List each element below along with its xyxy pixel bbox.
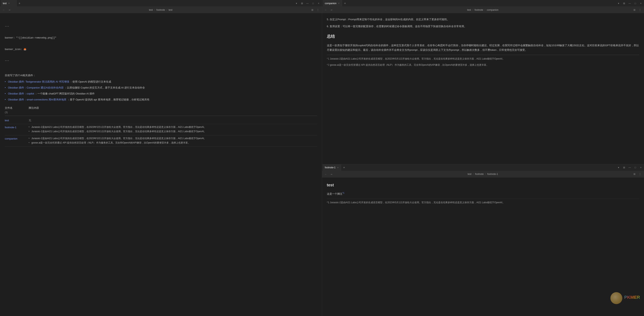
fn-item-2-2: goose.ai是一款完全托管通过 API 提供自然语言处理（NLP） 作为服务…: [29, 141, 317, 145]
right-bottom-nav-back[interactable]: ←: [324, 172, 328, 176]
fn-file-link-companion[interactable]: companion: [5, 137, 18, 140]
right-bottom-tab-minimize[interactable]: —: [627, 165, 632, 170]
right-bottom-pane: footnote-1 × + ▾ ⊞ — □ × ← → test: [322, 164, 644, 316]
watermark-logo: [610, 292, 622, 304]
yaml-line2: banner: "![[obsidian-removebg.png]]": [5, 36, 317, 40]
tab-add-right-top[interactable]: +: [342, 0, 348, 6]
tab-companion[interactable]: companion ×: [323, 0, 342, 7]
rt-item5-text: 自定义Prompt：Prompt用来定制个性化的补全，这会影响到AI生成的内容。…: [330, 18, 450, 21]
plugin-link-1[interactable]: Obsidian 插件: Textgenerator 简洁易用的 AI 书写增强: [8, 80, 69, 83]
fn-file-test: test: [5, 118, 29, 123]
left-nav-layout[interactable]: ⊞: [310, 7, 315, 12]
plugin-item-2: Obsidian 插件：Companion 通过AI自动补全内容 ：以类似微软 …: [5, 86, 317, 90]
plugin-link-3[interactable]: Obsidian 插件：copilot: [8, 92, 34, 95]
right-top-tab-minimize[interactable]: —: [627, 1, 632, 6]
rb-title: test: [327, 181, 640, 188]
source-editor: --- banner: "![[obsidian-removebg.png]]"…: [5, 17, 317, 70]
right-bottom-nav-more[interactable]: ⋮: [638, 172, 642, 176]
rb-body-text: 这是一个脚注: [327, 192, 342, 195]
tab-add-right-bottom[interactable]: +: [341, 165, 347, 170]
left-tab-minimize[interactable]: —: [305, 1, 310, 6]
right-top-tab-bar-actions: ▾ ⊞ — □ ×: [616, 1, 643, 6]
right-top-tab-layout[interactable]: ⊞: [622, 1, 626, 6]
left-tab-maximize[interactable]: □: [311, 1, 316, 6]
right-bottom-tab-chevron[interactable]: ▾: [616, 165, 621, 170]
rt-breadcrumb-part1: test: [467, 8, 471, 11]
right-bottom-nav-layout[interactable]: ⊞: [632, 172, 637, 176]
tab-test[interactable]: test ×: [1, 0, 17, 7]
left-nav-bar: ← → test / footnote / test ⊞ ⋮: [0, 7, 322, 13]
fn-item-2-1: Jurassic-2是由AI21 Labs公司开发的生成语言模型，在2023年5…: [29, 137, 317, 140]
rt-breadcrumb-part3: companion: [487, 8, 498, 11]
plugin-desc-4: ：基于 OpenAI 提供的 api 查询本地库，推荐笔记链接，分析笔记相关性: [67, 98, 150, 101]
fn-row-footnote1: footnote-1 Jurassic-2是由AI21 Labs公司开发的生成语…: [5, 124, 317, 135]
plugin-link-4[interactable]: Obsidian 插件：smart-connections 用AI查询本地库: [8, 98, 66, 101]
right-top-tab-bar: companion × + ▾ ⊞ — □ ×: [322, 0, 644, 7]
tab-test-close[interactable]: ×: [8, 2, 10, 4]
left-nav-forward[interactable]: →: [7, 8, 12, 12]
rt-item6-number: 6.: [327, 25, 330, 28]
rb-fn-label: ^1: [327, 201, 329, 204]
rt-fn1-text: Jurassic-2是由AI21 Labs公司开发的生成语言模型，在2023年5…: [330, 57, 505, 60]
tab-footnote1-close[interactable]: ×: [337, 166, 339, 169]
yaml-line1: ---: [5, 25, 317, 28]
right-bottom-tab-maximize[interactable]: □: [633, 165, 638, 170]
right-top-nav-layout[interactable]: ⊞: [632, 7, 637, 12]
right-top-tab-chevron[interactable]: ▾: [616, 1, 621, 6]
right-bottom-tab-layout[interactable]: ⊞: [622, 165, 626, 170]
right-pane: companion × + ▾ ⊞ — □ × ← → test: [322, 0, 644, 316]
right-bottom-nav-bar: ← → test / footnote / footnote-1 ⊞ ⋮: [322, 171, 644, 177]
fn-file-link-test[interactable]: test: [5, 119, 9, 122]
right-top-nav-more[interactable]: ⋮: [638, 7, 642, 12]
rb-fn-item: ^1 Jurassic-2是由AI21 Labs公司开发的生成语言模型，在202…: [327, 200, 640, 205]
right-top-nav-back[interactable]: ←: [324, 8, 328, 12]
right-top-nav-right: ⊞ ⋮: [632, 7, 642, 12]
plugin-desc-3: ：一个能像 chatGPT 网页版对话的 Obsidian AI 插件: [35, 92, 95, 95]
rb-breadcrumb-part2: footnote: [475, 173, 484, 175]
main-content: 目前写了四个AI相关插件： Obsidian 插件: Textgenerator…: [5, 73, 317, 147]
fn-row-companion: companion Jurassic-2是由AI21 Labs公司开发的生成语言…: [5, 135, 317, 147]
footnote-section: 文件名 (3) 脚注内容 test 无: [5, 106, 317, 147]
left-nav-back[interactable]: ←: [2, 8, 6, 12]
fn-col-content-header: 脚注内容: [29, 106, 317, 115]
plugin-desc-2: ：以类似微软 Copilot 的交互方式，基于文本生成 AI 进行文本自动补全: [64, 86, 145, 89]
right-bottom-tab-close-win[interactable]: ×: [638, 165, 643, 170]
left-tab-chevron[interactable]: ▾: [294, 1, 299, 6]
tab-test-label: test: [3, 2, 6, 5]
intro-text: 目前写了四个AI相关插件：: [5, 73, 317, 78]
left-tab-close-win[interactable]: ×: [316, 1, 321, 6]
right-top-tab-close-win[interactable]: ×: [638, 1, 643, 6]
right-top-content-area: 5. 自定义Prompt：Prompt用来定制个性化的补全，这会影响到AI生成的…: [322, 13, 644, 164]
fn-file-footnote1: footnote-1: [5, 125, 29, 130]
left-breadcrumb: test / footnote / test: [13, 8, 309, 11]
right-top-nav-forward[interactable]: →: [329, 8, 334, 12]
rb-breadcrumb-part3: footnote-1: [487, 173, 498, 175]
left-nav-more[interactable]: ⋮: [316, 7, 320, 12]
rt-summary-title: 总结: [327, 33, 640, 40]
plugin-link-2[interactable]: Obsidian 插件：Companion 通过AI自动补全内容: [8, 86, 64, 89]
tab-footnote1-label: footnote-1: [325, 166, 336, 169]
right-top-nav-bar: ← → test / footnote / companion ⊞ ⋮: [322, 7, 644, 13]
rt-footnote-block: ^1 Jurassic-2是由AI21 Labs公司开发的生成语言模型，在202…: [327, 55, 640, 67]
plugin-list: Obsidian 插件: Textgenerator 简洁易用的 AI 书写增强…: [5, 80, 317, 102]
breadcrumb-part3: test: [168, 8, 172, 11]
rb-footnote: ^1 Jurassic-2是由AI21 Labs公司开发的生成语言模型，在202…: [327, 199, 640, 205]
rt-breadcrumb-part2: footnote: [474, 8, 483, 11]
left-pane: test × + ▾ ⊞ — □ × ← → test / footnote /…: [0, 0, 322, 316]
left-tab-layout[interactable]: ⊞: [300, 1, 304, 6]
watermark: PKMER: [610, 292, 640, 304]
plugin-item-4: Obsidian 插件：smart-connections 用AI查询本地库 ：…: [5, 97, 317, 102]
fn-file-link-footnote1[interactable]: footnote-1: [5, 126, 16, 129]
footnote-table-header: 文件名 (3) 脚注内容: [5, 106, 317, 116]
right-bottom-tab-bar-actions: ▾ ⊞ — □ ×: [616, 165, 643, 170]
right-bottom-nav-forward[interactable]: →: [329, 172, 334, 176]
tab-companion-close[interactable]: ×: [338, 2, 340, 4]
right-top-tab-maximize[interactable]: □: [633, 1, 638, 6]
right-top-breadcrumb: test / footnote / companion: [335, 8, 631, 11]
tab-footnote1[interactable]: footnote-1 ×: [323, 164, 342, 171]
rt-item5-number: 5.: [327, 18, 330, 21]
fn-col-file-header: 文件名 (3): [5, 106, 29, 115]
rt-footnote2: ^2 goose.ai是一款完全托管通过 API 提供自然语言处理（NLP） 作…: [327, 63, 640, 67]
right-bottom-tab-bar: footnote-1 × + ▾ ⊞ — □ ×: [322, 164, 644, 171]
tab-add-left[interactable]: +: [17, 0, 22, 6]
